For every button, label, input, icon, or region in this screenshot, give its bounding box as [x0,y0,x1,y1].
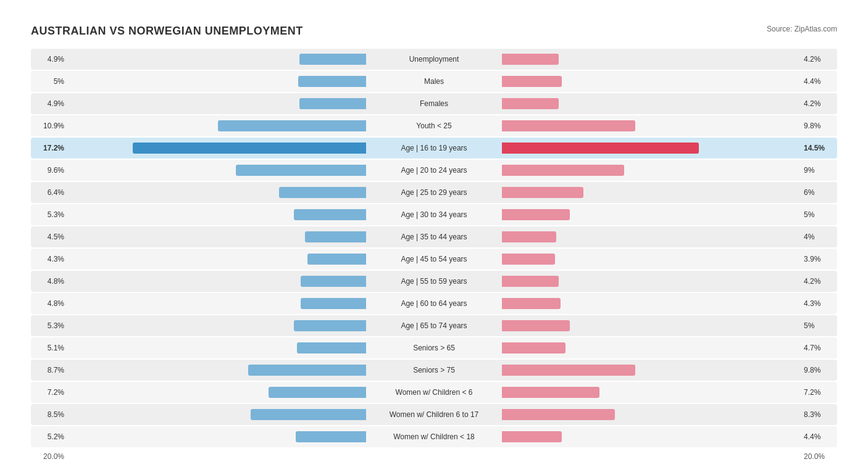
bar-row: 6.4% Age | 25 to 29 years 6% [31,182,837,203]
right-value: 8.3% [800,410,837,419]
right-bar [502,365,635,376]
bar-label: Age | 30 to 34 years [366,210,502,219]
bar-label: Unemployment [366,55,502,64]
right-bar [502,143,699,154]
right-bar [502,431,562,442]
left-value: 4.9% [31,99,68,108]
right-value: 4.2% [800,277,837,286]
left-bar [133,143,366,154]
left-bar [248,365,366,376]
left-value: 5.3% [31,321,68,330]
left-bar [251,409,366,420]
left-bar [296,431,366,442]
right-value: 9% [800,166,837,175]
left-bar [307,254,366,265]
chart-header: Australian vs Norwegian Unemployment Sou… [31,25,837,38]
right-bar-area [502,138,800,159]
right-bar-area [502,382,800,403]
right-bar-area [502,93,800,114]
left-value: 5.1% [31,344,68,352]
chart-container: Australian vs Norwegian Unemployment Sou… [12,12,856,467]
bar-row: 8.5% Women w/ Children 6 to 17 8.3% [31,404,837,425]
bar-label: Females [366,99,502,108]
bar-row: 4.8% Age | 55 to 59 years 4.2% [31,271,837,292]
left-bar-area [68,93,366,114]
bar-row: 5% Males 4.4% [31,71,837,92]
axis-row: 20.0% 20.0% [31,452,837,461]
left-bar-area [68,315,366,336]
right-bar [502,165,624,176]
left-bar [294,320,366,331]
right-value: 4.4% [800,432,837,441]
chart-body: 4.9% Unemployment 4.2% 5% Males 4.4% 4.9… [31,49,837,447]
right-bar-area [502,404,800,425]
left-bar [305,231,366,242]
left-bar-area [68,226,366,247]
left-bar-area [68,204,366,225]
left-bar [236,165,366,176]
chart-title: Australian vs Norwegian Unemployment [31,25,303,38]
bar-label: Males [366,77,502,86]
right-bar-area [502,226,800,247]
right-bar-area [502,204,800,225]
left-value: 7.2% [31,388,68,397]
right-bar [502,120,635,131]
axis-min-left: 20.0% [31,452,68,461]
right-bar [502,98,559,109]
left-value: 4.9% [31,55,68,64]
bar-label: Age | 16 to 19 years [366,144,502,152]
bar-row: 4.9% Females 4.2% [31,93,837,114]
bar-row: 5.3% Age | 30 to 34 years 5% [31,204,837,225]
right-bar [502,276,559,287]
right-bar-area [502,71,800,92]
right-value: 4.3% [800,299,837,308]
left-bar-area [68,160,366,181]
right-bar [502,231,556,242]
right-value: 4.2% [800,99,837,108]
bar-row: 5.3% Age | 65 to 74 years 5% [31,315,837,336]
left-bar-area [68,293,366,314]
left-bar-area [68,138,366,159]
left-value: 8.5% [31,410,68,419]
bar-label: Age | 55 to 59 years [366,277,502,286]
bar-label: Women w/ Children < 18 [366,432,502,441]
right-bar [502,342,565,353]
right-value: 9.8% [800,122,837,130]
left-bar-area [68,249,366,270]
bar-label: Seniors > 75 [366,366,502,374]
bar-label: Women w/ Children 6 to 17 [366,410,502,419]
bar-row: 4.3% Age | 45 to 54 years 3.9% [31,249,837,270]
right-value: 3.9% [800,255,837,263]
bar-row: 17.2% Age | 16 to 19 years 14.5% [31,138,837,159]
bar-label: Age | 45 to 54 years [366,255,502,263]
left-bar [298,76,366,87]
bar-label: Age | 20 to 24 years [366,166,502,175]
right-bar [502,209,570,220]
bar-row: 5.2% Women w/ Children < 18 4.4% [31,426,837,447]
left-bar-area [68,271,366,292]
left-bar-area [68,71,366,92]
left-bar-area [68,49,366,70]
right-bar [502,320,570,331]
left-bar [218,120,366,131]
bar-label: Youth < 25 [366,122,502,130]
right-bar [502,409,615,420]
left-value: 5.2% [31,432,68,441]
left-value: 4.8% [31,299,68,308]
bar-label: Women w/ Children < 6 [366,388,502,397]
left-bar [297,342,366,353]
right-value: 4% [800,233,837,241]
left-bar-area [68,115,366,136]
right-value: 14.5% [800,144,837,152]
left-bar [269,387,366,398]
left-value: 4.8% [31,277,68,286]
right-bar-area [502,115,800,136]
left-value: 5.3% [31,210,68,219]
bar-row: 4.8% Age | 60 to 64 years 4.3% [31,293,837,314]
bar-row: 8.7% Seniors > 75 9.8% [31,360,837,381]
right-value: 6% [800,188,837,197]
left-bar [279,187,366,198]
chart-source: Source: ZipAtlas.com [767,25,837,33]
right-bar-area [502,49,800,70]
right-bar [502,387,599,398]
